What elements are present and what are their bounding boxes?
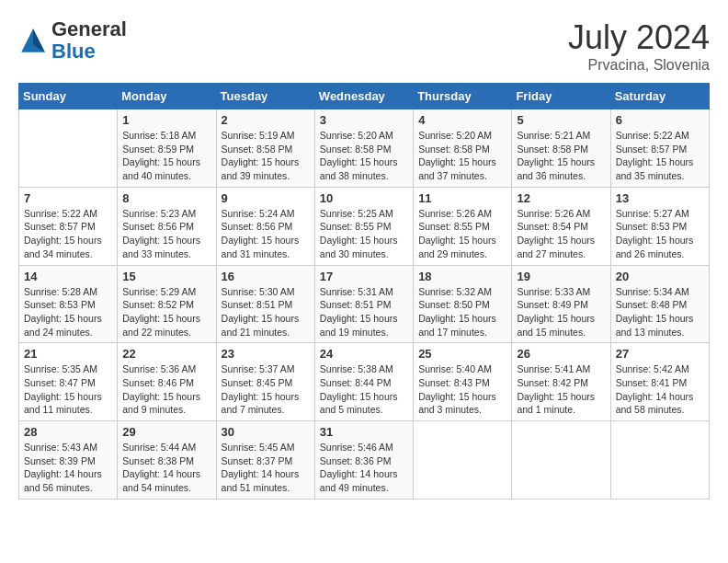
column-header-tuesday: Tuesday	[216, 84, 314, 109]
day-number: 8	[122, 191, 210, 205]
day-cell: 10Sunrise: 5:25 AMSunset: 8:55 PMDayligh…	[314, 187, 413, 265]
day-number: 16	[222, 270, 310, 283]
day-cell: 5Sunrise: 5:21 AMSunset: 8:58 PMDaylight…	[512, 109, 610, 188]
day-info: Sunrise: 5:37 AMSunset: 8:45 PMDaylight:…	[222, 362, 310, 417]
day-cell: 4Sunrise: 5:20 AMSunset: 8:58 PMDaylight…	[414, 109, 512, 188]
day-number: 27	[616, 347, 704, 361]
day-info: Sunrise: 5:35 AMSunset: 8:47 PMDaylight:…	[24, 362, 112, 417]
day-cell: 24Sunrise: 5:38 AMSunset: 8:44 PMDayligh…	[314, 343, 413, 421]
day-number: 5	[517, 113, 605, 127]
title-block: July 2024 Prvacina, Slovenia	[568, 18, 710, 74]
day-info: Sunrise: 5:26 AMSunset: 8:55 PMDaylight:…	[418, 207, 506, 261]
week-row-5: 28Sunrise: 5:43 AMSunset: 8:39 PMDayligh…	[19, 421, 710, 500]
logo-icon	[18, 26, 48, 55]
day-number: 3	[320, 113, 408, 127]
page-header: General Blue July 2024 Prvacina, Sloveni…	[18, 18, 710, 74]
day-cell: 11Sunrise: 5:26 AMSunset: 8:55 PMDayligh…	[414, 187, 512, 265]
calendar-header-row: SundayMondayTuesdayWednesdayThursdayFrid…	[19, 84, 710, 109]
day-info: Sunrise: 5:19 AMSunset: 8:58 PMDaylight:…	[222, 129, 310, 183]
day-cell: 2Sunrise: 5:19 AMSunset: 8:58 PMDaylight…	[216, 109, 314, 188]
day-info: Sunrise: 5:40 AMSunset: 8:43 PMDaylight:…	[418, 362, 506, 417]
day-number: 12	[517, 191, 605, 205]
day-number: 7	[24, 191, 112, 205]
day-info: Sunrise: 5:22 AMSunset: 8:57 PMDaylight:…	[24, 207, 112, 261]
column-header-monday: Monday	[118, 84, 216, 109]
logo-general: General	[51, 17, 127, 40]
day-info: Sunrise: 5:26 AMSunset: 8:54 PMDaylight:…	[517, 207, 605, 261]
day-number: 22	[122, 347, 210, 361]
day-info: Sunrise: 5:45 AMSunset: 8:37 PMDaylight:…	[222, 441, 310, 495]
day-number: 21	[24, 347, 112, 361]
logo: General Blue	[18, 18, 127, 63]
column-header-thursday: Thursday	[414, 84, 512, 109]
day-info: Sunrise: 5:31 AMSunset: 8:51 PMDaylight:…	[320, 285, 408, 339]
day-info: Sunrise: 5:42 AMSunset: 8:41 PMDaylight:…	[616, 362, 704, 417]
day-number: 23	[222, 347, 310, 361]
day-info: Sunrise: 5:24 AMSunset: 8:56 PMDaylight:…	[222, 207, 310, 261]
day-cell: 15Sunrise: 5:29 AMSunset: 8:52 PMDayligh…	[118, 265, 216, 343]
day-cell: 8Sunrise: 5:23 AMSunset: 8:56 PMDaylight…	[118, 187, 216, 265]
month-year: July 2024	[568, 18, 710, 57]
day-cell: 27Sunrise: 5:42 AMSunset: 8:41 PMDayligh…	[610, 343, 709, 421]
day-number: 1	[122, 113, 210, 127]
day-cell: 25Sunrise: 5:40 AMSunset: 8:43 PMDayligh…	[414, 343, 512, 421]
day-number: 6	[616, 113, 704, 127]
day-cell	[414, 421, 512, 500]
day-cell: 26Sunrise: 5:41 AMSunset: 8:42 PMDayligh…	[512, 343, 610, 421]
logo-text: General Blue	[51, 18, 127, 63]
day-cell: 28Sunrise: 5:43 AMSunset: 8:39 PMDayligh…	[19, 421, 118, 500]
day-info: Sunrise: 5:18 AMSunset: 8:59 PMDaylight:…	[122, 129, 210, 183]
day-cell: 19Sunrise: 5:33 AMSunset: 8:49 PMDayligh…	[512, 265, 610, 343]
day-info: Sunrise: 5:23 AMSunset: 8:56 PMDaylight:…	[122, 207, 210, 261]
column-header-wednesday: Wednesday	[314, 84, 413, 109]
day-cell: 21Sunrise: 5:35 AMSunset: 8:47 PMDayligh…	[19, 343, 118, 421]
day-cell: 9Sunrise: 5:24 AMSunset: 8:56 PMDaylight…	[216, 187, 314, 265]
day-cell	[19, 109, 118, 188]
day-cell: 12Sunrise: 5:26 AMSunset: 8:54 PMDayligh…	[512, 187, 610, 265]
day-info: Sunrise: 5:33 AMSunset: 8:49 PMDaylight:…	[517, 285, 605, 339]
day-cell: 14Sunrise: 5:28 AMSunset: 8:53 PMDayligh…	[19, 265, 118, 343]
day-number: 28	[24, 425, 112, 439]
day-number: 29	[122, 425, 210, 439]
day-info: Sunrise: 5:43 AMSunset: 8:39 PMDaylight:…	[24, 441, 112, 495]
day-info: Sunrise: 5:34 AMSunset: 8:48 PMDaylight:…	[616, 285, 704, 339]
week-row-2: 7Sunrise: 5:22 AMSunset: 8:57 PMDaylight…	[19, 187, 710, 265]
day-number: 14	[24, 270, 112, 283]
day-cell: 13Sunrise: 5:27 AMSunset: 8:53 PMDayligh…	[610, 187, 709, 265]
week-row-1: 1Sunrise: 5:18 AMSunset: 8:59 PMDaylight…	[19, 109, 710, 188]
day-info: Sunrise: 5:27 AMSunset: 8:53 PMDaylight:…	[616, 207, 704, 261]
day-info: Sunrise: 5:29 AMSunset: 8:52 PMDaylight:…	[122, 285, 210, 339]
day-info: Sunrise: 5:20 AMSunset: 8:58 PMDaylight:…	[320, 129, 408, 183]
day-info: Sunrise: 5:22 AMSunset: 8:57 PMDaylight:…	[616, 129, 704, 183]
day-number: 18	[418, 270, 506, 283]
day-info: Sunrise: 5:25 AMSunset: 8:55 PMDaylight:…	[320, 207, 408, 261]
day-cell: 3Sunrise: 5:20 AMSunset: 8:58 PMDaylight…	[314, 109, 413, 188]
day-cell: 29Sunrise: 5:44 AMSunset: 8:38 PMDayligh…	[118, 421, 216, 500]
day-info: Sunrise: 5:41 AMSunset: 8:42 PMDaylight:…	[517, 362, 605, 417]
day-cell: 16Sunrise: 5:30 AMSunset: 8:51 PMDayligh…	[216, 265, 314, 343]
day-cell	[512, 421, 610, 500]
day-info: Sunrise: 5:20 AMSunset: 8:58 PMDaylight:…	[418, 129, 506, 183]
day-number: 24	[320, 347, 408, 361]
day-cell: 1Sunrise: 5:18 AMSunset: 8:59 PMDaylight…	[118, 109, 216, 188]
day-number: 31	[320, 425, 408, 439]
day-info: Sunrise: 5:36 AMSunset: 8:46 PMDaylight:…	[122, 362, 210, 417]
day-number: 2	[222, 113, 310, 127]
day-number: 11	[418, 191, 506, 205]
day-cell: 23Sunrise: 5:37 AMSunset: 8:45 PMDayligh…	[216, 343, 314, 421]
day-number: 17	[320, 270, 408, 283]
day-info: Sunrise: 5:28 AMSunset: 8:53 PMDaylight:…	[24, 285, 112, 339]
day-cell: 31Sunrise: 5:46 AMSunset: 8:36 PMDayligh…	[314, 421, 413, 500]
day-cell: 18Sunrise: 5:32 AMSunset: 8:50 PMDayligh…	[414, 265, 512, 343]
day-number: 19	[517, 270, 605, 283]
day-info: Sunrise: 5:46 AMSunset: 8:36 PMDaylight:…	[320, 441, 408, 495]
week-row-3: 14Sunrise: 5:28 AMSunset: 8:53 PMDayligh…	[19, 265, 710, 343]
day-cell: 17Sunrise: 5:31 AMSunset: 8:51 PMDayligh…	[314, 265, 413, 343]
week-row-4: 21Sunrise: 5:35 AMSunset: 8:47 PMDayligh…	[19, 343, 710, 421]
day-cell: 6Sunrise: 5:22 AMSunset: 8:57 PMDaylight…	[610, 109, 709, 188]
logo-blue: Blue	[51, 40, 96, 63]
day-cell: 22Sunrise: 5:36 AMSunset: 8:46 PMDayligh…	[118, 343, 216, 421]
day-cell: 7Sunrise: 5:22 AMSunset: 8:57 PMDaylight…	[19, 187, 118, 265]
day-cell	[610, 421, 709, 500]
column-header-sunday: Sunday	[19, 84, 118, 109]
